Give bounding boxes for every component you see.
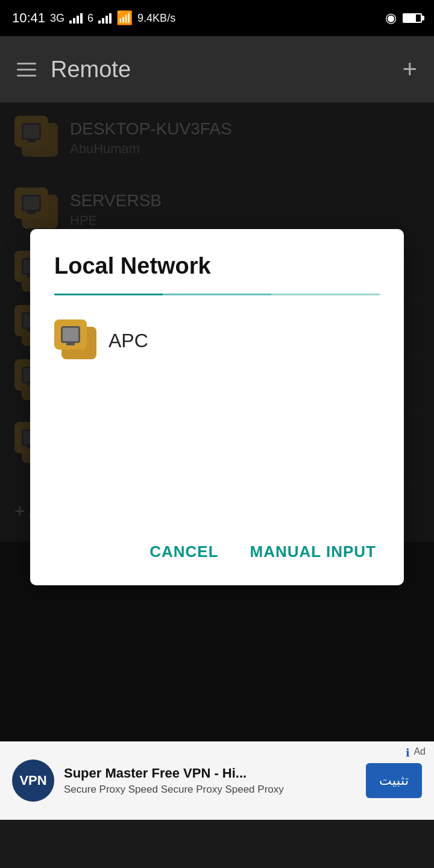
- vpn-label: VPN: [19, 773, 46, 788]
- menu-icon[interactable]: [17, 63, 36, 77]
- battery-icon: [403, 13, 422, 23]
- dialog-divider: [54, 294, 380, 295]
- ad-icon: VPN: [12, 760, 54, 802]
- local-network-dialog: Local Network APC CANCEL MANUAL INPUT: [30, 229, 404, 585]
- network2-label: 6: [87, 12, 93, 25]
- dialog-device-item[interactable]: APC: [54, 313, 380, 368]
- ad-install-button[interactable]: تثبيت: [366, 763, 422, 798]
- dialog-device-icon: [54, 319, 96, 362]
- divider-seg-3: [271, 294, 380, 295]
- status-bar: 10:41 3G 6 📶 9.4KB/s ◉: [0, 0, 434, 36]
- network-label: 3G: [50, 12, 64, 25]
- status-right: ◉: [385, 10, 422, 26]
- app-bar-left: Remote: [17, 57, 131, 83]
- dialog-title: Local Network: [54, 253, 380, 279]
- ad-banner: VPN Super Master Free VPN - Hi... Secure…: [0, 741, 434, 820]
- alarm-icon: ◉: [385, 10, 397, 26]
- ad-text: Super Master Free VPN - Hi... Secure Pro…: [64, 766, 356, 796]
- cancel-button[interactable]: CANCEL: [146, 536, 222, 567]
- signal-bars-2: [98, 13, 112, 24]
- monitor-icon: [61, 326, 80, 343]
- dialog-spacer: [54, 368, 380, 524]
- divider-seg-2: [163, 294, 271, 295]
- wifi-icon: 📶: [116, 10, 133, 26]
- manual-input-button[interactable]: MANUAL INPUT: [247, 536, 380, 567]
- speed-label: 9.4KB/s: [137, 12, 175, 25]
- status-left: 10:41 3G 6 📶 9.4KB/s: [12, 10, 175, 26]
- ad-tag: Ad: [414, 746, 426, 757]
- dialog-buttons: CANCEL MANUAL INPUT: [54, 524, 380, 567]
- add-icon[interactable]: +: [402, 55, 417, 84]
- ad-subtitle: Secure Proxy Speed Secure Proxy Speed Pr…: [64, 784, 356, 796]
- signal-bars-1: [69, 13, 83, 24]
- time-label: 10:41: [12, 10, 45, 26]
- ad-info-icon[interactable]: ℹ: [406, 746, 410, 760]
- ad-title: Super Master Free VPN - Hi...: [64, 766, 356, 781]
- dialog-device-name: APC: [108, 330, 148, 352]
- app-bar: Remote +: [0, 36, 434, 102]
- divider-seg-1: [54, 294, 163, 295]
- app-title: Remote: [51, 57, 131, 83]
